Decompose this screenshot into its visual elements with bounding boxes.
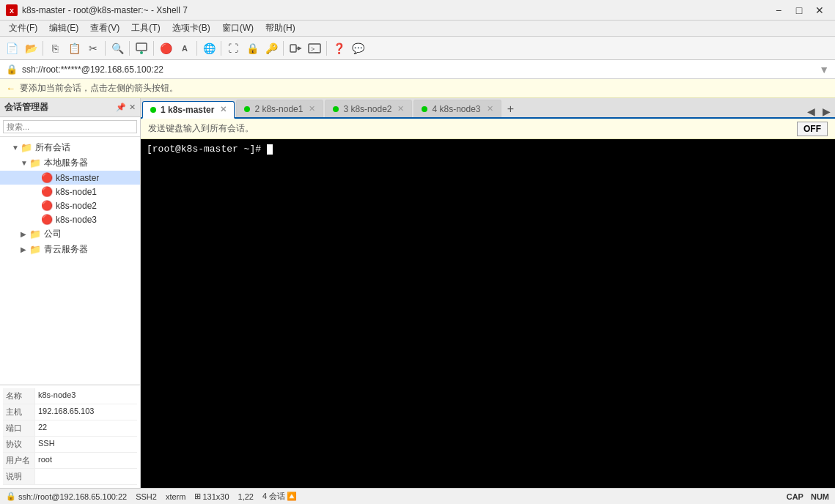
tab-next-icon[interactable]: ▶ [820,105,834,117]
folder-icon: 📁 [29,158,41,168]
key-button[interactable]: 🔑 [262,40,280,57]
window-controls: − □ ✕ [769,3,829,18]
cursor [267,144,273,155]
menu-item-帮助h[interactable]: 帮助(H) [260,21,301,36]
tab-dot-icon [150,107,156,113]
stop-button[interactable]: 🔴 [157,40,174,57]
info-value-host: 192.168.65.103 [35,404,97,420]
titlebar: X k8s-master - root@k8s-master:~ - Xshel… [0,0,835,21]
lock-icon: 🔒 [6,64,18,75]
search-input[interactable] [3,120,137,133]
content-pane: 1 k8s-master ✕ 2 k8s-node1 ✕ 3 k8s-node2… [141,98,835,488]
statusbar-encoding: xterm [166,492,186,501]
cut-button[interactable]: ✂ [84,40,102,57]
menu-item-选项卡b[interactable]: 选项卡(B) [166,21,216,36]
menu-item-窗口w[interactable]: 窗口(W) [216,21,260,36]
arrow-left-icon: ← [6,83,15,94]
tree-label: k8s-node2 [56,201,97,211]
terminal[interactable]: [root@k8s-master ~]# [141,139,835,488]
tree-item-k8s-node3[interactable]: 🔴 k8s-node3 [0,212,140,226]
tab-close-icon[interactable]: ✕ [309,104,315,114]
paste-button[interactable]: 📋 [65,40,83,57]
menu-item-查看v[interactable]: 查看(V) [84,21,125,36]
open-button[interactable]: 📂 [22,40,40,57]
server-red-icon: 🔴 [41,172,53,183]
sidebar-header: 会话管理器 📌 ✕ [0,98,140,117]
server-red-icon: 🔴 [41,214,53,225]
info-label-username: 用户名 [3,453,35,468]
statusbar-protocol-text: SSH2 [136,492,157,501]
maximize-button[interactable]: □ [790,3,809,18]
tree-item-k8s-node1[interactable]: 🔴 k8s-node1 [0,185,140,199]
sidebar: 会话管理器 📌 ✕ ▼ 📁 所有会话 ▼ 📁 本地服务器 [0,98,141,488]
folder-icon: 📁 [29,244,41,255]
statusbar-position-text: 1,22 [238,492,254,501]
tree-label: 所有会话 [35,141,70,154]
minimize-button[interactable]: − [769,3,788,18]
sidebar-pin-icon[interactable]: 📌 [116,103,126,112]
tree-label: k8s-master [56,173,99,183]
statusbar-protocol: SSH2 [136,492,157,501]
menu-item-编辑e[interactable]: 编辑(E) [43,21,84,36]
search-button[interactable]: 🔍 [108,40,126,57]
menu-item-工具t[interactable]: 工具(T) [125,21,166,36]
expand-icon: ▶ [21,230,29,238]
info-value-name: k8s-node3 [35,388,78,404]
separator-7 [283,41,284,56]
close-button[interactable]: ✕ [810,3,829,18]
tab-dot-icon [422,106,427,112]
transfer-button[interactable] [287,40,304,57]
tab-dot-icon [244,106,250,112]
tab-close-icon[interactable]: ✕ [487,104,493,114]
tab-label: 3 k8s-node2 [343,104,391,114]
tree-label: 公司 [44,228,62,240]
statusbar-sessions-icon: 🔼 [287,492,297,501]
tree-item-all-sessions[interactable]: ▼ 📁 所有会话 [0,140,140,155]
tab-close-icon[interactable]: ✕ [397,104,404,114]
statusbar-cap: CAP [787,492,803,501]
terminal-button[interactable]: >_ [306,40,323,57]
dropdown-arrow-icon[interactable]: ▼ [819,64,829,75]
session-button[interactable] [133,40,150,57]
tree-label: k8s-node1 [56,187,97,197]
statusbar-num: NUM [811,492,829,501]
tab-k8s-node3[interactable]: 4 k8s-node3 ✕ [413,100,501,117]
tree-item-k8s-master[interactable]: 🔴 k8s-master [0,171,140,185]
copy-button[interactable]: ⎘ [46,40,64,57]
font-button[interactable]: A [176,40,194,57]
tab-k8s-node2[interactable]: 3 k8s-node2 ✕ [325,100,412,117]
statusbar-terminal-size: ⊞ 131x30 [194,492,229,501]
menu-item-文件f[interactable]: 文件(F) [3,21,43,36]
tab-k8s-node1[interactable]: 2 k8s-node1 ✕ [236,100,323,117]
broadcast-bar: 发送键盘输入到所有会话。 OFF [141,119,835,139]
sidebar-close-icon[interactable]: ✕ [129,103,136,112]
server-red-icon: 🔴 [41,186,53,197]
tab-dot-icon [333,106,339,112]
tree-label: 本地服务器 [44,157,88,169]
tree-item-k8s-node2[interactable]: 🔴 k8s-node2 [0,199,140,212]
lock-button[interactable]: 🔒 [243,40,261,57]
help-button[interactable]: ❓ [330,40,347,57]
statusbar-right: CAP NUM [787,492,829,501]
tab-prev-icon[interactable]: ◀ [804,105,818,117]
tree-item-local-servers[interactable]: ▼ 📁 本地服务器 [0,155,140,171]
tab-label: 2 k8s-node1 [254,104,303,114]
new-tab-button[interactable]: + [503,101,519,117]
svg-point-3 [140,51,143,54]
comment-button[interactable]: 💬 [349,40,367,57]
statusbar-ssh: 🔒 ssh://root@192.168.65.100:22 [6,492,127,501]
tree-item-qingyun[interactable]: ▶ 📁 青云服务器 [0,242,140,257]
globe-button[interactable]: 🌐 [200,40,218,57]
new-button[interactable]: 📄 [3,40,21,57]
infobar-text: 要添加当前会话，点击左侧的箭头按钮。 [20,82,829,94]
tab-label: 4 k8s-node3 [432,104,480,114]
tab-label: 1 k8s-master [161,105,214,115]
fullscreen-button[interactable]: ⛶ [224,40,242,57]
sidebar-tree: ▼ 📁 所有会话 ▼ 📁 本地服务器 🔴 k8s-master 🔴 k8s-no… [0,137,140,385]
tree-item-company[interactable]: ▶ 📁 公司 [0,226,140,242]
tab-close-icon[interactable]: ✕ [220,105,227,114]
broadcast-toggle-button[interactable]: OFF [797,122,828,136]
info-label-name: 名称 [3,388,35,404]
tab-k8s-master[interactable]: 1 k8s-master ✕ [142,101,235,119]
separator-4 [153,41,154,56]
